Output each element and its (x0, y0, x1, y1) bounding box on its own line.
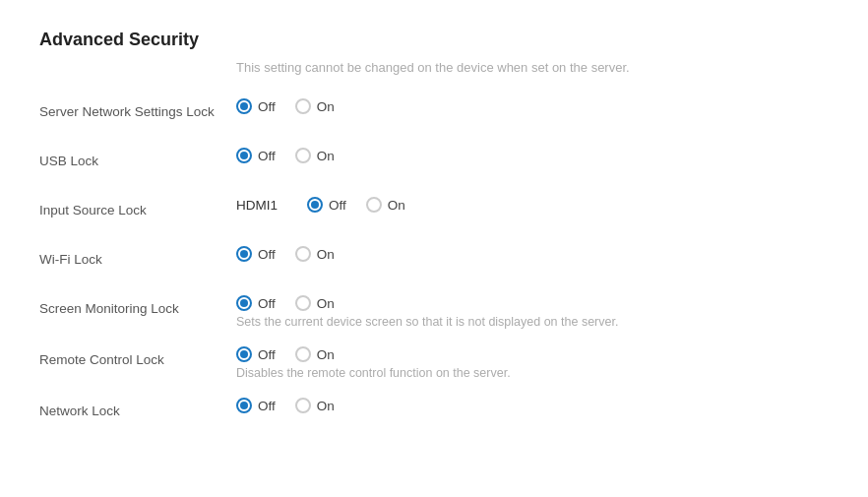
radio-group-server-network-settings-lock: OffOn (236, 98, 335, 114)
radio-input-source-lock-on[interactable] (366, 197, 382, 213)
radio-option-server-network-settings-lock-on[interactable]: On (295, 98, 335, 114)
setting-label-remote-control-lock: Remote Control Lock (39, 346, 236, 367)
radio-group-input-source-lock: OffOn (307, 197, 405, 213)
setting-controls-remote-control-lock: OffOnDisables the remote control functio… (236, 346, 511, 380)
radio-label-network-lock-on: On (317, 399, 335, 413)
radio-label-input-source-lock-on: On (388, 198, 405, 213)
setting-row-wifi-lock: Wi-Fi LockOffOn (39, 246, 829, 278)
setting-label-screen-monitoring-lock: Screen Monitoring Lock (39, 295, 236, 316)
radio-network-lock-on[interactable] (295, 398, 311, 413)
radio-network-lock-off[interactable] (236, 398, 252, 413)
radio-group-remote-control-lock: OffOn (236, 346, 511, 362)
setting-note-screen-monitoring-lock: Sets the current device screen so that i… (236, 315, 618, 329)
radio-label-wifi-lock-off: Off (258, 247, 276, 262)
radio-input-source-lock-off[interactable] (307, 197, 323, 213)
radio-option-wifi-lock-off[interactable]: Off (236, 246, 276, 262)
setting-label-network-lock: Network Lock (39, 398, 236, 418)
radio-option-network-lock-on[interactable]: On (295, 398, 335, 413)
radio-group-wifi-lock: OffOn (236, 246, 335, 262)
setting-row-server-network-settings-lock: Server Network Settings LockOffOn (39, 98, 829, 130)
setting-note-remote-control-lock: Disables the remote control function on … (236, 366, 511, 380)
setting-label-input-source-lock: Input Source Lock (39, 197, 236, 217)
radio-option-input-source-lock-off[interactable]: Off (307, 197, 346, 213)
radio-option-screen-monitoring-lock-on[interactable]: On (295, 295, 335, 311)
radio-label-server-network-settings-lock-on: On (317, 99, 335, 114)
radio-remote-control-lock-off[interactable] (236, 346, 252, 362)
radio-wifi-lock-off[interactable] (236, 246, 252, 262)
settings-list: Server Network Settings LockOffOnUSB Loc… (39, 98, 829, 429)
radio-option-usb-lock-off[interactable]: Off (236, 148, 276, 163)
setting-controls-network-lock: OffOn (236, 398, 335, 413)
radio-server-network-settings-lock-off[interactable] (236, 98, 252, 114)
page-title: Advanced Security (39, 30, 829, 50)
setting-controls-server-network-settings-lock: OffOn (236, 98, 335, 114)
setting-label-server-network-settings-lock: Server Network Settings Lock (39, 98, 236, 119)
radio-remote-control-lock-on[interactable] (295, 346, 311, 362)
radio-label-wifi-lock-on: On (317, 247, 335, 262)
radio-option-remote-control-lock-on[interactable]: On (295, 346, 335, 362)
setting-label-usb-lock: USB Lock (39, 148, 236, 168)
radio-option-network-lock-off[interactable]: Off (236, 398, 276, 413)
radio-option-remote-control-lock-off[interactable]: Off (236, 346, 276, 362)
setting-row-remote-control-lock: Remote Control LockOffOnDisables the rem… (39, 346, 829, 380)
radio-label-screen-monitoring-lock-off: Off (258, 296, 276, 311)
setting-row-input-source-lock: Input Source LockHDMI1OffOn (39, 197, 829, 228)
setting-controls-usb-lock: OffOn (236, 148, 335, 163)
radio-group-network-lock: OffOn (236, 398, 335, 413)
setting-row-screen-monitoring-lock: Screen Monitoring LockOffOnSets the curr… (39, 295, 829, 329)
radio-label-remote-control-lock-on: On (317, 347, 335, 362)
setting-label-wifi-lock: Wi-Fi Lock (39, 246, 236, 267)
radio-label-network-lock-off: Off (258, 399, 276, 413)
radio-option-usb-lock-on[interactable]: On (295, 148, 335, 163)
setting-controls-screen-monitoring-lock: OffOnSets the current device screen so t… (236, 295, 618, 329)
setting-controls-wifi-lock: OffOn (236, 246, 335, 262)
radio-group-screen-monitoring-lock: OffOn (236, 295, 618, 311)
hdmi-label: HDMI1 (236, 198, 278, 213)
radio-screen-monitoring-lock-off[interactable] (236, 295, 252, 311)
radio-group-usb-lock: OffOn (236, 148, 335, 163)
setting-row-usb-lock: USB LockOffOn (39, 148, 829, 179)
advanced-security-panel: Advanced Security This setting cannot be… (0, 0, 868, 497)
radio-label-input-source-lock-off: Off (329, 198, 346, 213)
radio-usb-lock-on[interactable] (295, 148, 311, 163)
input-source-row: HDMI1OffOn (236, 197, 405, 213)
radio-screen-monitoring-lock-on[interactable] (295, 295, 311, 311)
radio-label-screen-monitoring-lock-on: On (317, 296, 335, 311)
server-notice: This setting cannot be changed on the de… (236, 60, 829, 75)
setting-row-network-lock: Network LockOffOn (39, 398, 829, 429)
radio-label-usb-lock-off: Off (258, 149, 276, 163)
radio-option-wifi-lock-on[interactable]: On (295, 246, 335, 262)
radio-label-usb-lock-on: On (317, 149, 335, 163)
radio-option-server-network-settings-lock-off[interactable]: Off (236, 98, 276, 114)
radio-label-server-network-settings-lock-off: Off (258, 99, 276, 114)
radio-option-screen-monitoring-lock-off[interactable]: Off (236, 295, 276, 311)
radio-option-input-source-lock-on[interactable]: On (366, 197, 405, 213)
setting-controls-input-source-lock: HDMI1OffOn (236, 197, 405, 213)
radio-server-network-settings-lock-on[interactable] (295, 98, 311, 114)
radio-label-remote-control-lock-off: Off (258, 347, 276, 362)
radio-wifi-lock-on[interactable] (295, 246, 311, 262)
radio-usb-lock-off[interactable] (236, 148, 252, 163)
